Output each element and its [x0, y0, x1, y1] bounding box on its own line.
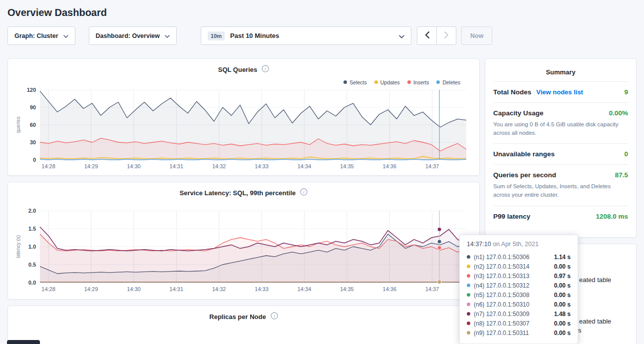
svg-text:i: i [304, 190, 305, 195]
summary-label: P99 latency [493, 213, 530, 220]
svg-text:14:32: 14:32 [212, 163, 226, 169]
node-color-dot [467, 274, 470, 278]
svg-text:14:30: 14:30 [127, 286, 141, 292]
legend-item-inserts[interactable]: Inserts [407, 78, 429, 86]
node-color-dot [467, 255, 470, 259]
tooltip-date: on Apr 5th, 2021 [491, 241, 539, 248]
node-latency-value: 1.48 s [554, 311, 571, 318]
node-address: (n7) 127.0.0.1:50309 [474, 311, 529, 318]
node-color-dot [467, 303, 470, 306]
legend-item-updates[interactable]: Updates [374, 78, 400, 86]
node-latency-value: 0.00 s [554, 292, 571, 299]
summary-label: Capacity Usage [493, 109, 544, 117]
graph-dropdown-label: Graph: Cluster [14, 32, 58, 39]
node-address: (n3) 127.0.0.1:50313 [474, 273, 529, 280]
summary-title: Summary [493, 64, 628, 81]
svg-text:14:35: 14:35 [340, 286, 354, 292]
svg-text:14:28: 14:28 [41, 286, 55, 292]
sql-queries-chart[interactable]: 030609012014:2814:2914:3014:3114:3214:33… [14, 86, 473, 171]
sql-queries-card: SQL Queries i SelectsUpdatesInsertsDelet… [7, 58, 480, 176]
time-nav-group [417, 26, 456, 45]
chart-hover-tooltip: 14:37:10 on Apr 5th, 2021 (n1) 127.0.0.1… [459, 235, 578, 344]
svg-text:14:31: 14:31 [170, 163, 184, 169]
chart-title: Service Latency: SQL, 99th percentile [180, 189, 296, 197]
svg-text:2.0: 2.0 [28, 208, 36, 214]
legend-item-deletes[interactable]: Deletes [436, 78, 460, 86]
time-range-picker[interactable]: 10m Past 10 Minutes [201, 26, 411, 45]
summary-label: Total Nodes [493, 88, 531, 96]
tooltip-node-row: (n1) 127.0.0.1:503061.14 s [467, 252, 571, 262]
graph-dropdown[interactable]: Graph: Cluster [7, 26, 75, 45]
legend-label: Updates [380, 79, 400, 85]
dashboard-dropdown[interactable]: Dashboard: Overview [89, 26, 177, 45]
summary-value: 1208.0 ms [596, 213, 628, 220]
svg-text:1.0: 1.0 [28, 244, 36, 250]
dashboard-dropdown-label: Dashboard: Overview [96, 32, 160, 39]
node-address: (n9) 127.0.0.1:50311 [474, 330, 529, 337]
time-next-button[interactable] [436, 26, 456, 45]
replicas-per-node-card: Replicas per Node i [7, 306, 480, 344]
info-icon[interactable]: i [271, 312, 278, 322]
node-latency-value: 0.00 s [554, 320, 571, 327]
node-color-dot [467, 312, 470, 316]
svg-text:14:32: 14:32 [212, 286, 226, 292]
svg-text:queries: queries [15, 117, 21, 133]
summary-value: 87.5 [615, 171, 628, 179]
node-address: (n8) 127.0.0.1:50307 [474, 320, 529, 327]
summary-row-queries-per-second: Queries per second 87.5 Sum of Selects, … [493, 164, 628, 205]
svg-text:latency (s): latency (s) [15, 235, 21, 258]
chevron-down-icon [165, 32, 170, 39]
legend-item-selects[interactable]: Selects [343, 78, 366, 86]
view-nodes-link[interactable]: View nodes list [536, 88, 583, 96]
tooltip-node-row: (n5) 127.0.0.1:503080.00 s [467, 290, 571, 300]
svg-text:0.5: 0.5 [28, 262, 36, 268]
summary-row-total-nodes: Total Nodes View nodes list 9 [493, 81, 628, 102]
time-range-label: Past 10 Minutes [230, 32, 279, 39]
service-latency-chart[interactable]: 0.00.51.01.52.014:2814:2914:3014:3114:32… [14, 201, 473, 294]
legend-dot [343, 80, 347, 84]
svg-text:14:37: 14:37 [425, 163, 439, 169]
node-latency-value: 0.00 s [554, 301, 571, 308]
node-color-dot [467, 293, 470, 297]
node-color-dot [467, 265, 470, 268]
legend-dot [374, 80, 378, 84]
tooltip-node-row: (n3) 127.0.0.1:503130.97 s [467, 271, 571, 281]
chart-title: SQL Queries [218, 66, 258, 73]
info-icon[interactable]: i [262, 65, 269, 74]
legend-dot [436, 80, 440, 84]
tooltip-time: 14:37:10 [467, 241, 491, 248]
chart-title: Replicas per Node [209, 313, 266, 321]
legend-label: Inserts [413, 79, 429, 85]
summary-value: 9 [624, 88, 628, 96]
dashboard-controls: Graph: Cluster Dashboard: Overview 10m P… [0, 26, 644, 45]
tooltip-node-row: (n9) 127.0.0.1:503110.00 s [467, 328, 571, 338]
svg-text:14:34: 14:34 [298, 163, 312, 169]
summary-row-capacity-usage: Capacity Usage 0.00% You are using 0 B o… [493, 102, 628, 143]
summary-panel: Summary Total Nodes View nodes list 9 Ca… [485, 58, 637, 238]
svg-text:14:30: 14:30 [127, 163, 141, 169]
tooltip-node-row: (n7) 127.0.0.1:503091.48 s [467, 309, 571, 319]
service-latency-card: Service Latency: SQL, 99th percentile i … [7, 182, 480, 300]
svg-text:14:35: 14:35 [340, 163, 354, 169]
event-item: eated table [579, 318, 611, 325]
tooltip-node-row: (n2) 127.0.0.1:503140.00 s [467, 262, 571, 271]
tooltip-node-row: (n8) 127.0.0.1:503070.00 s [467, 319, 571, 328]
svg-text:90: 90 [30, 104, 36, 110]
svg-text:14:28: 14:28 [41, 163, 55, 169]
chart-legend: SelectsUpdatesInsertsDeletes [14, 78, 473, 86]
tooltip-node-row: (n6) 127.0.0.1:503100.00 s [467, 300, 571, 309]
legend-dot [407, 80, 411, 84]
time-prev-button[interactable] [417, 26, 437, 45]
svg-text:60: 60 [30, 122, 36, 128]
node-address: (n2) 127.0.0.1:50314 [474, 263, 529, 270]
chevron-left-icon [425, 31, 429, 40]
chevron-down-icon [63, 32, 68, 39]
node-latency-value: 0.00 s [554, 263, 571, 270]
info-icon[interactable]: i [300, 188, 308, 198]
summary-description: You are using 0 B of 4.5 GiB usable disk… [493, 120, 628, 137]
page-title: Overview Dashboard [7, 7, 644, 18]
node-address: (n5) 127.0.0.1:50308 [474, 292, 529, 299]
now-button[interactable]: Now [461, 26, 492, 45]
svg-text:14:29: 14:29 [84, 163, 98, 169]
overview-dashboard-page: Overview Dashboard Graph: Cluster Dashbo… [0, 0, 644, 344]
